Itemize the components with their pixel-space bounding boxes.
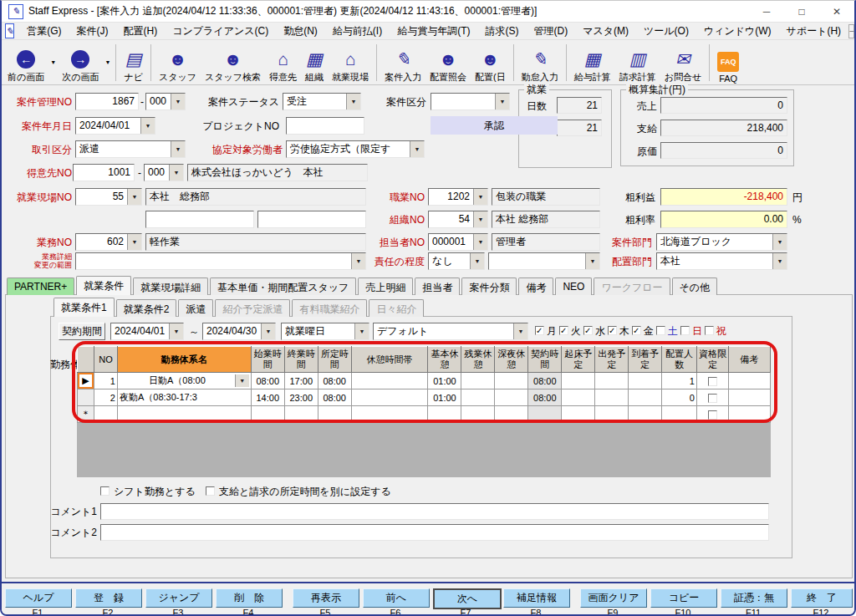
chevron-down-icon[interactable] bbox=[495, 94, 509, 109]
assign-dept-combo[interactable]: 本社 bbox=[656, 252, 787, 270]
qualification-checkbox[interactable] bbox=[708, 410, 717, 420]
worksite-extra1-input[interactable] bbox=[145, 211, 254, 228]
client-branch-combo[interactable]: 000 bbox=[144, 164, 184, 181]
menu-kintai[interactable]: 勤怠(N) bbox=[276, 24, 325, 38]
toolbar-next-screen[interactable]: → 次の画面 bbox=[58, 41, 103, 84]
qualification-checkbox[interactable] bbox=[708, 377, 717, 386]
occupation-no-combo[interactable]: 1202 bbox=[428, 188, 488, 206]
chevron-down-icon[interactable] bbox=[140, 118, 155, 134]
approval-banner[interactable]: 承認 bbox=[431, 116, 558, 135]
menu-seikyu[interactable]: 請求(S) bbox=[477, 24, 526, 38]
toolbar-staff[interactable]: ☻ スタッフ bbox=[155, 41, 201, 84]
shift-work-checkbox[interactable] bbox=[100, 486, 110, 496]
tab-employment-conditions[interactable]: 就業条件 bbox=[76, 276, 131, 295]
weekday-tue-checkbox[interactable] bbox=[559, 326, 568, 335]
toolbar-organization[interactable]: ▦ 組織 bbox=[301, 41, 328, 84]
pattern-combo[interactable]: デフォルト bbox=[373, 323, 528, 340]
contract-period-button[interactable]: 契約期間 bbox=[59, 323, 105, 340]
register-button[interactable]: 登 録 bbox=[75, 588, 142, 608]
chevron-down-icon[interactable]: ▼ bbox=[50, 59, 56, 65]
chevron-down-icon[interactable] bbox=[127, 234, 141, 250]
weekday-thu-checkbox[interactable] bbox=[608, 326, 617, 335]
chevron-down-icon[interactable] bbox=[473, 189, 487, 205]
worksite-no-combo[interactable]: 55 bbox=[75, 188, 142, 206]
responsibility-combo[interactable]: なし bbox=[428, 252, 485, 270]
work-no-combo[interactable]: 602 bbox=[75, 233, 142, 251]
project-no-input[interactable] bbox=[286, 117, 364, 135]
case-no-input[interactable]: 1867 bbox=[75, 93, 139, 110]
chevron-down-icon[interactable] bbox=[473, 211, 487, 227]
weekday-mon-checkbox[interactable] bbox=[535, 326, 544, 335]
menu-haichi[interactable]: 配置(H) bbox=[116, 24, 166, 38]
chevron-down-icon[interactable] bbox=[410, 141, 424, 157]
toolbar-assignment-daily[interactable]: ☻ 配置(日 bbox=[471, 41, 510, 84]
chevron-down-icon[interactable] bbox=[354, 323, 369, 339]
close-button[interactable]: ✕ bbox=[819, 1, 854, 23]
toolbar-inquiry[interactable]: ✉ お問合せ bbox=[660, 41, 706, 84]
comment2-input[interactable] bbox=[100, 524, 769, 541]
toolbar-attendance-input[interactable]: ✎ 勤怠入力 bbox=[517, 41, 563, 84]
copy-button[interactable]: コピー bbox=[650, 588, 717, 608]
menu-anken[interactable]: 案件(J) bbox=[69, 24, 116, 38]
menu-window[interactable]: ウィンドウ(W) bbox=[696, 24, 779, 38]
menu-tool[interactable]: ツール(O) bbox=[636, 24, 696, 38]
case-no-branch-combo[interactable]: 000 bbox=[145, 93, 186, 110]
weekday-fri-checkbox[interactable] bbox=[632, 326, 641, 335]
mdi-minimize-button[interactable]: – bbox=[848, 24, 854, 38]
maximize-button[interactable]: □ bbox=[784, 1, 819, 23]
chevron-down-icon[interactable] bbox=[351, 253, 365, 269]
chevron-down-icon[interactable]: ▼ bbox=[104, 59, 110, 65]
toolbar-client[interactable]: ⌂ 得意先 bbox=[265, 41, 301, 84]
chevron-down-icon[interactable] bbox=[171, 141, 185, 157]
menu-kyuyo-shoyo[interactable]: 給与賞与年調(T) bbox=[390, 24, 477, 38]
toolbar-billing-calc[interactable]: ▥ 請求計算 bbox=[615, 41, 660, 84]
menu-kyuyo-maebarai[interactable]: 給与前払(I) bbox=[325, 24, 390, 38]
toolbar-payroll-calc[interactable]: ▦ 給与計算 bbox=[570, 41, 615, 84]
weekday-sat-checkbox[interactable] bbox=[656, 326, 665, 335]
delete-button[interactable]: 削 除 bbox=[216, 588, 283, 608]
chevron-down-icon[interactable] bbox=[171, 94, 185, 109]
help-button[interactable]: ヘルプ bbox=[5, 588, 72, 608]
chevron-down-icon[interactable] bbox=[513, 323, 527, 339]
work-weekday-combo[interactable]: 就業曜日 bbox=[281, 323, 369, 340]
chevron-down-icon[interactable] bbox=[772, 253, 787, 269]
previous-button[interactable]: 前へ bbox=[363, 588, 430, 608]
organization-no-combo[interactable]: 54 bbox=[428, 211, 488, 228]
case-category-combo[interactable] bbox=[431, 93, 510, 110]
clear-screen-button[interactable]: 画面クリア bbox=[580, 588, 647, 608]
worksite-extra2-input[interactable] bbox=[257, 211, 366, 228]
tab-staff-in-charge[interactable]: 担当者 bbox=[415, 277, 460, 295]
menu-kanri[interactable]: 管理(D) bbox=[526, 24, 575, 38]
case-dept-combo[interactable]: 北海道ブロック bbox=[656, 233, 787, 251]
chevron-down-icon[interactable] bbox=[127, 189, 141, 205]
chevron-down-icon[interactable] bbox=[470, 253, 484, 269]
current-row-marker[interactable]: ▶ bbox=[78, 373, 94, 389]
chevron-down-icon[interactable] bbox=[346, 94, 360, 109]
weekday-wed-checkbox[interactable] bbox=[583, 326, 593, 335]
toolbar-case-input[interactable]: ✎ 案件入力 bbox=[380, 41, 425, 84]
case-date-combo[interactable]: 2024/04/01 bbox=[75, 117, 155, 135]
next-button[interactable]: 次へ bbox=[433, 588, 502, 609]
chevron-down-icon[interactable] bbox=[169, 323, 183, 339]
tab-conditions2[interactable]: 就業条件2 bbox=[116, 299, 177, 317]
new-row-marker[interactable]: ＊ bbox=[78, 406, 94, 423]
work-detail-combo[interactable] bbox=[75, 252, 366, 270]
staff-in-charge-combo[interactable]: 000001 bbox=[428, 233, 488, 251]
tab-sales-detail[interactable]: 売上明細 bbox=[358, 277, 413, 295]
supplement-info-button[interactable]: 補足情報 bbox=[503, 588, 570, 608]
tab-worksite-detail[interactable]: 就業現場詳細 bbox=[133, 277, 208, 295]
chevron-down-icon[interactable] bbox=[169, 165, 183, 181]
toolbar-navi[interactable]: ▤ ナビ bbox=[120, 41, 147, 84]
comment1-input[interactable] bbox=[100, 503, 769, 520]
tab-unit-price-staff[interactable]: 基本単価・期間配置スタッフ bbox=[210, 277, 356, 295]
menu-eigyo[interactable]: 営業(G) bbox=[19, 24, 69, 38]
tab-remarks[interactable]: 備考 bbox=[518, 277, 553, 295]
minimize-button[interactable]: ─ bbox=[749, 1, 784, 23]
chevron-down-icon[interactable] bbox=[261, 323, 275, 339]
tab-partner-plus[interactable]: PARTNER+ bbox=[7, 277, 74, 295]
menu-compliance[interactable]: コンプライアンス(C) bbox=[165, 24, 276, 38]
responsibility-extra-combo[interactable] bbox=[488, 252, 600, 270]
qualification-checkbox[interactable] bbox=[708, 394, 717, 403]
toolbar-prev-screen[interactable]: ← 前の画面 bbox=[3, 41, 48, 84]
chevron-down-icon[interactable] bbox=[473, 234, 487, 250]
